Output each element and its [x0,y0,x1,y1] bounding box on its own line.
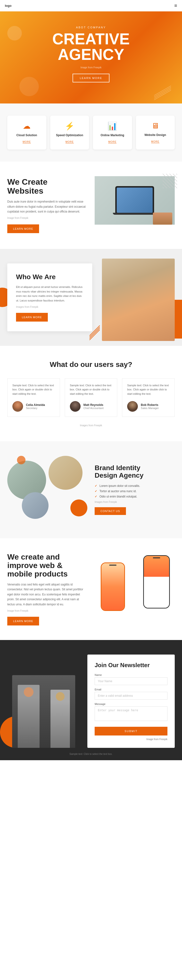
service-title-web: Website Design [140,133,171,137]
marketing-icon: 📊 [97,121,128,130]
testimonial-person-2: Bob Roberts Sales Manager [127,401,169,412]
testimonial-card-2: Sample text: Click to select the text bo… [122,378,175,417]
we-create-image-area [95,176,175,234]
who-body: Elit ut aliquam purus sit amet luctus ve… [16,285,83,303]
mobile-body: Venenatis cras sed felis eget velit aliq… [7,582,86,607]
newsletter-email-label: Email [95,688,168,691]
testimonial-name-0: Celia Almeida [26,403,45,407]
newsletter-submit-button[interactable]: SUBMIT [95,727,168,735]
service-card-marketing: 📊 Online Marketing MORE [93,116,132,150]
person-figure-1 [18,685,40,748]
brand-circles-area [7,456,87,524]
service-card-speed: ⚡ Speed Optimization MORE [50,116,89,150]
cloud-icon: ☁ [11,121,43,130]
brand-img-2 [48,456,83,490]
mobile-products-section: We create and improve web & mobile produ… [0,538,182,640]
who-photo [102,259,175,341]
person-head-1 [24,687,34,697]
we-create-text: We Create Websites Duis aute irure dolor… [7,177,87,233]
mobile-cta-button[interactable]: LEARN MORE [7,617,39,625]
phone-notch-secondary [109,565,117,566]
services-grid: ☁ Cloud Solution MORE ⚡ Speed Optimizati… [7,116,175,150]
mobile-img-credit: Image from Freepik [7,609,86,613]
newsletter-form-card: Join Our Newsletter Name Email Message S… [87,655,175,748]
testimonial-text-2: Sample text: Click to select the text bo… [127,383,169,396]
brand-img-credit: Images from Freepik [95,501,175,503]
footer: Sample text: Click to select the text bo… [0,748,182,760]
speed-icon: ⚡ [54,121,85,130]
testimonial-name-1: Matt Reynolds [83,403,104,407]
phone-main-screen [144,556,169,608]
service-card-web: 🖥 Website Design MORE [136,116,175,150]
hero-title-line2: AGENCY [58,46,124,63]
testimonials-section: What do our users say? Sample text: Clic… [0,346,182,441]
testimonial-info-2: Bob Roberts Sales Manager [141,403,159,410]
newsletter-message-input[interactable] [95,706,168,721]
hero-cta-button[interactable]: LEARN MORE [73,74,110,83]
hero-subtitle: ABOT COMPANY [5,26,177,29]
service-more-speed[interactable]: MORE [65,140,74,143]
newsletter-email-input[interactable] [95,692,168,700]
testimonial-card-1: Sample text: Click to select the text bo… [65,378,117,417]
brand-text-area: Brand Identity Design Agency Lorem ipsum… [95,464,175,515]
testimonials-grid: Sample text: Click to select the text bo… [7,378,175,417]
brand-title: Brand Identity Design Agency [95,464,175,479]
testimonial-text-1: Sample text: Click to select the text bo… [70,383,112,396]
we-create-section: We Create Websites Duis aute irure dolor… [0,162,182,249]
testimonial-avatar-1 [70,401,81,412]
footer-note: Sample text: Click to select the text bo… [7,753,175,756]
brand-orange-circle [70,500,87,516]
mobile-phones-area [96,555,175,623]
service-card-cloud: ☁ Cloud Solution MORE [7,116,46,150]
service-more-web[interactable]: MORE [151,140,160,143]
people-group [12,675,75,748]
person-head-2 [56,692,65,701]
hamburger-icon[interactable]: ≡ [174,3,177,8]
testimonial-role-2: Sales Manager [141,407,159,410]
who-we-are-section: Who We Are Elit ut aliquam purus sit ame… [0,249,182,346]
testimonial-avatar-0 [13,401,23,412]
testimonial-text-0: Sample text: Click to select the text bo… [13,383,55,396]
service-title-marketing: Online Marketing [97,134,128,137]
newsletter-message-label: Message [95,703,168,705]
testimonial-info-1: Matt Reynolds Chief Accountant [83,403,104,410]
testimonial-card-0: Sample text: Click to select the text bo… [7,378,60,417]
testimonial-avatar-2 [127,401,138,412]
brand-check-item-1: Tortor at auctor uma nunc id. [95,490,175,493]
newsletter-message-group: Message [95,703,168,722]
who-inner: Who We Are Elit ut aliquam purus sit ame… [0,263,182,331]
newsletter-name-group: Name [95,673,168,685]
phone-secondary [101,562,125,611]
hero-section: ABOT COMPANY CREATIVE AGENCY Image from … [0,11,182,103]
testimonial-person-1: Matt Reynolds Chief Accountant [70,401,112,412]
web-icon: 🖥 [140,121,171,130]
logo: logo [5,4,11,8]
phone-notch-main [153,557,160,558]
newsletter-people-area [7,670,80,748]
brand-check-item-2: Odio ut enim blandit volutpat. [95,495,175,498]
brand-checklist: Lorem ipsum dolor sit convallis. Tortor … [95,484,175,498]
laptop-screen [117,188,153,213]
newsletter-name-label: Name [95,673,168,676]
who-card: Who We Are Elit ut aliquam purus sit ame… [7,263,92,331]
testimonial-person-0: Celia Almeida Secretary [13,401,55,412]
newsletter-email-group: Email [95,688,168,700]
we-create-title: We Create Websites [7,177,87,196]
service-more-marketing[interactable]: MORE [108,140,117,143]
newsletter-name-input[interactable] [95,677,168,685]
testimonials-title: What do our users say? [7,360,175,369]
we-create-orange-rect [153,223,178,237]
who-cta-button[interactable]: LEARN MORE [16,313,48,321]
we-create-pattern [163,174,177,188]
testimonial-role-1: Chief Accountant [83,407,104,410]
testimonials-img-credit: Images from Freepik [7,424,175,427]
brand-contact-button[interactable]: CONTACT US [95,507,126,515]
service-more-cloud[interactable]: MORE [22,140,31,143]
brand-check-item-0: Lorem ipsum dolor sit convallis. [95,484,175,488]
who-img-credit: Images from Freepik [16,305,83,309]
we-create-cta-button[interactable]: LEARN MORE [7,224,39,233]
hero-decor-circle1 [7,26,22,40]
services-section: ☁ Cloud Solution MORE ⚡ Speed Optimizati… [0,103,182,162]
brand-orange-circle-small [17,456,26,464]
person-figure-2 [51,690,70,748]
